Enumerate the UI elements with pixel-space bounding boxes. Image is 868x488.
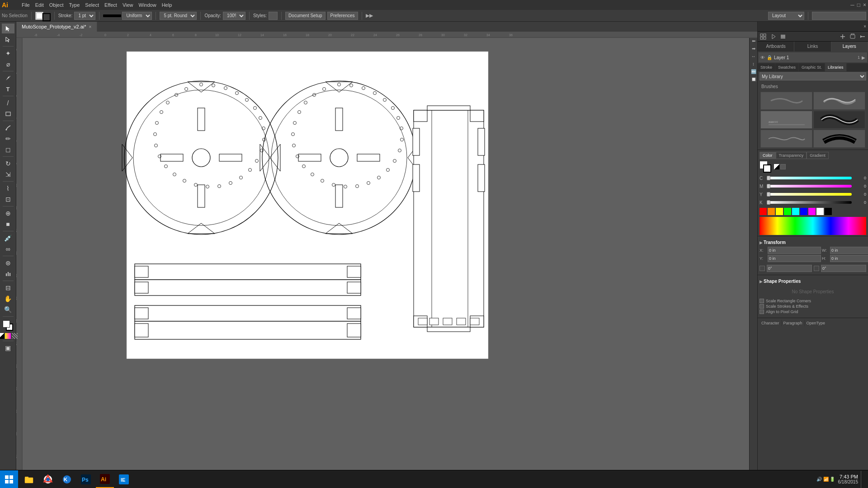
color-mode-btn[interactable] [0,333,4,339]
panel-close-icon[interactable]: × [863,24,866,29]
swatches-tab[interactable]: Swatches [775,63,799,71]
show-desktop-btn[interactable] [861,471,864,488]
pencil-tool-btn[interactable]: ✏ [2,134,14,144]
screen-mode-btn[interactable]: ▣ [2,343,14,353]
chain-proportional-2[interactable] [814,266,819,271]
taskbar-app3[interactable]: K [58,471,76,488]
w-input[interactable] [830,247,868,254]
taskbar-illustrator[interactable]: Ai [96,471,114,488]
stroke-type-select[interactable]: Uniform [122,12,152,20]
library-dropdown[interactable]: My Library [760,72,866,80]
shape-props-header[interactable]: ▶ Shape Properties [760,277,866,286]
none-mode-btn[interactable] [12,333,18,339]
lasso-tool-btn[interactable]: ⌀ [2,59,14,69]
panel-icon-delete[interactable] [848,33,857,41]
align-pixel-checkbox[interactable] [760,310,764,314]
styles-box[interactable] [269,12,278,20]
menu-edit[interactable]: Edit [35,2,44,8]
brush-4[interactable] [813,111,865,129]
start-btn[interactable] [0,470,18,488]
color-tab-transparency[interactable]: Transparency [776,152,807,159]
m-slider-track[interactable] [767,185,852,188]
symbol-tool-btn[interactable]: ⊛ [2,258,14,268]
side-icon-5[interactable]: ↔ [751,54,756,59]
layout-select[interactable]: Layout [768,12,804,20]
brush-6[interactable] [813,130,865,148]
menu-view[interactable]: View [123,2,133,8]
color-stroke-swatch[interactable] [763,164,771,173]
stroke-box[interactable] [42,13,51,21]
swatch-magenta[interactable] [808,208,816,215]
color-fill-icon[interactable] [780,164,786,169]
k-slider-thumb[interactable] [767,200,770,205]
none-fill-icon[interactable] [774,164,779,169]
menu-type[interactable]: Type [69,2,80,8]
eyedropper-tool-btn[interactable]: 💉 [2,233,14,243]
canvas-area[interactable] [23,38,757,477]
search-input[interactable] [812,12,866,20]
artboards-tab[interactable]: Artboards [758,42,794,52]
fill-color-box[interactable] [3,320,10,328]
angle2-input[interactable] [821,265,866,272]
char-tab[interactable]: Character [760,320,782,326]
links-tab[interactable]: Links [794,42,831,52]
taskbar-app6[interactable]: IE [115,471,133,488]
taskbar-photoshop[interactable]: Ps [77,471,95,488]
type-tool-btn[interactable]: T [2,84,14,94]
menu-help[interactable]: Help [162,2,172,8]
gradient-tool-btn[interactable]: ■ [2,219,14,229]
column-graph-btn[interactable] [2,269,14,279]
side-icon-8[interactable]: 🔲 [751,77,756,82]
tab-close-btn[interactable]: × [89,24,91,29]
close-btn[interactable]: × [863,2,866,8]
paintbrush-tool-btn[interactable] [2,123,14,133]
k-slider-track[interactable] [767,201,852,204]
line-tool-btn[interactable]: / [2,98,14,108]
magic-wand-tool-btn[interactable]: ✦ [2,48,14,58]
layer-row[interactable]: 👁 🔒 Layer 1 1 ▶ [759,52,867,62]
selection-tool-btn[interactable] [2,23,14,33]
menu-object[interactable]: Object [49,2,64,8]
brush-5[interactable] [760,130,812,148]
toolbar-extra[interactable]: ▶▶ [366,13,373,19]
menu-select[interactable]: Select [85,2,99,8]
swatch-green[interactable] [784,208,791,215]
scale-strokes-checkbox[interactable] [760,304,764,309]
c-slider-thumb[interactable] [767,176,770,180]
direct-selection-tool-btn[interactable] [2,34,14,44]
color-tab-color[interactable]: Color [760,152,776,159]
y-slider-track[interactable] [767,193,852,196]
panel-icon-add[interactable] [838,33,847,41]
panel-icon-options[interactable] [858,33,867,41]
panel-icon-1[interactable] [759,33,768,41]
graphic-styles-tab[interactable]: Graphic St. [799,63,825,71]
color-tab-gradient[interactable]: Gradient [807,152,829,159]
swatch-white[interactable] [816,208,824,215]
slice-tool-btn[interactable]: ⊟ [2,283,14,293]
panel-icon-3[interactable] [778,33,788,41]
swatch-black[interactable] [825,208,832,215]
brush-3[interactable]: aaaccc [760,111,812,129]
scale-corners-checkbox[interactable] [760,299,764,303]
taskbar-chrome[interactable] [39,471,57,488]
rectangle-tool-btn[interactable] [2,109,14,119]
side-icon-4[interactable]: ➡ [752,46,755,51]
doc-setup-btn[interactable]: Document Setup [285,12,326,20]
m-slider-thumb[interactable] [767,184,770,188]
libraries-tab[interactable]: Libraries [825,63,847,71]
scale-tool-btn[interactable]: ⇲ [2,169,14,179]
panel-icon-2[interactable] [769,33,778,41]
eraser-tool-btn[interactable]: ◻ [2,145,14,155]
menu-file[interactable]: File [22,2,30,8]
menu-window[interactable]: Window [139,2,156,8]
transform-header[interactable]: ▶ Transform [760,238,866,247]
pen-tool-btn[interactable] [2,73,14,83]
gradient-mode-btn[interactable] [5,333,11,339]
layer-eye-icon[interactable]: 👁 [760,55,765,60]
side-icon-3[interactable]: ⬅ [752,38,755,43]
stroke-cap-select[interactable]: 5 pt. Round [160,12,197,20]
x-input[interactable] [768,247,821,254]
h-input[interactable] [830,255,868,262]
y-slider-thumb[interactable] [767,192,770,197]
color-spectrum[interactable] [760,217,866,235]
